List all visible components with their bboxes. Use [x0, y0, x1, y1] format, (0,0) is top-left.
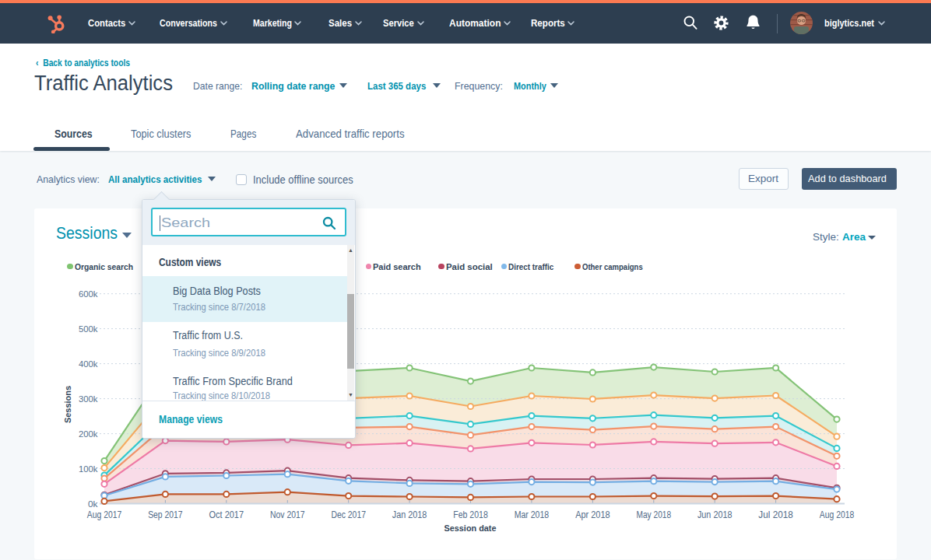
svg-text:Nov 2017: Nov 2017	[270, 509, 305, 520]
svg-text:600k: 600k	[79, 289, 98, 299]
svg-text:500k: 500k	[79, 324, 98, 334]
svg-text:Aug 2018: Aug 2018	[820, 509, 855, 520]
svg-text:Apr 2018: Apr 2018	[575, 509, 610, 520]
svg-text:300k: 300k	[79, 394, 98, 404]
svg-text:May 2018: May 2018	[637, 509, 672, 520]
svg-text:Mar 2018: Mar 2018	[515, 509, 550, 520]
svg-text:Sessions: Sessions	[63, 386, 72, 423]
svg-text:Jun 2018: Jun 2018	[697, 509, 733, 520]
svg-text:400k: 400k	[79, 359, 98, 369]
svg-text:Session date: Session date	[444, 523, 497, 533]
svg-text:100k: 100k	[79, 464, 98, 474]
svg-text:0k: 0k	[88, 499, 98, 509]
svg-text:Jan 2018: Jan 2018	[392, 509, 427, 520]
svg-text:Feb 2018: Feb 2018	[453, 509, 488, 520]
svg-text:Aug 2017: Aug 2017	[87, 509, 122, 520]
svg-text:200k: 200k	[79, 429, 98, 439]
svg-text:Oct 2017: Oct 2017	[209, 509, 244, 520]
svg-text:Jul 2018: Jul 2018	[758, 509, 793, 520]
svg-text:Dec 2017: Dec 2017	[331, 509, 366, 520]
svg-text:Sep 2017: Sep 2017	[148, 509, 183, 520]
